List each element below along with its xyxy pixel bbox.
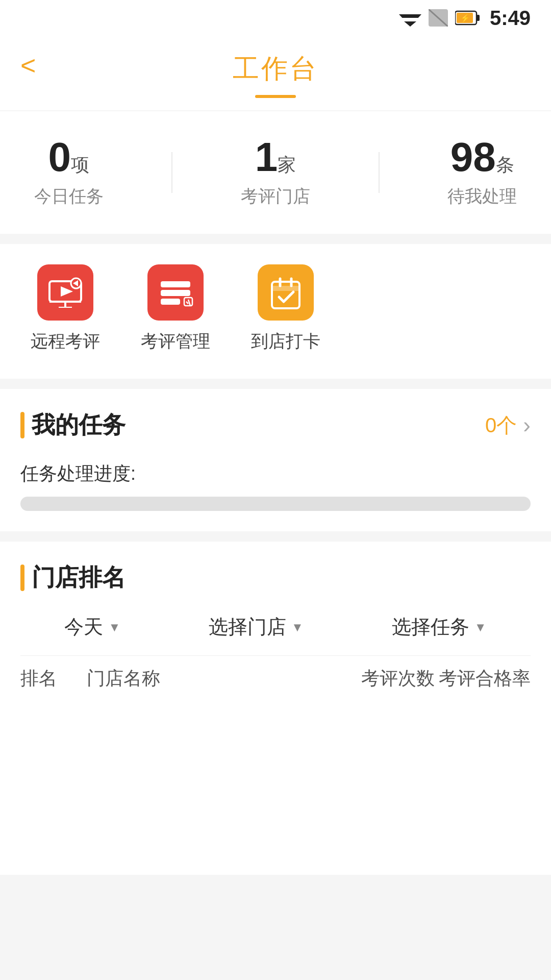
- filter-time-arrow: ▼: [108, 620, 120, 634]
- svg-marker-2: [404, 21, 416, 27]
- back-button[interactable]: <: [20, 50, 36, 81]
- wifi-icon: [399, 9, 421, 27]
- checkin-icon: [268, 275, 304, 310]
- svg-rect-23: [272, 286, 299, 291]
- page-header: < 工作台: [0, 36, 551, 110]
- svg-rect-17: [161, 290, 190, 296]
- action-checkin[interactable]: 到店打卡: [251, 264, 320, 353]
- svg-rect-19: [184, 298, 192, 306]
- tasks-count-wrap[interactable]: 0个 ›: [485, 411, 531, 439]
- action-review-manage[interactable]: 考评管理: [141, 264, 210, 353]
- stat-divider-1: [171, 152, 172, 193]
- filter-time[interactable]: 今天 ▼: [64, 614, 120, 640]
- col-rank-header: 排名: [20, 666, 87, 691]
- stat-stores: 1家 考评门店: [241, 137, 310, 208]
- tasks-section-bar: [20, 412, 24, 438]
- filter-store-arrow: ▼: [291, 620, 304, 634]
- checkin-icon-bg: [258, 264, 314, 321]
- stat-today-tasks-label: 今日任务: [34, 185, 104, 208]
- remote-review-icon-bg: [37, 264, 93, 321]
- action-review-manage-label: 考评管理: [141, 330, 210, 353]
- filter-task-label: 选择任务: [392, 614, 469, 640]
- svg-rect-6: [477, 15, 480, 21]
- col-name-header: 门店名称: [87, 666, 357, 691]
- progress-area: 任务处理进度:: [20, 461, 531, 511]
- filter-time-label: 今天: [64, 614, 103, 640]
- action-remote-review-label: 远程考评: [31, 330, 100, 353]
- filter-store[interactable]: 选择门店 ▼: [209, 614, 304, 640]
- stat-today-tasks-number: 0项: [48, 137, 90, 178]
- stat-pending-number: 98条: [450, 137, 514, 178]
- ranking-header: 门店排名: [20, 562, 531, 594]
- battery-icon: ⚡: [455, 9, 480, 27]
- ranking-filters: 今天 ▼ 选择门店 ▼ 选择任务 ▼: [20, 614, 531, 640]
- stat-stores-number: 1家: [255, 137, 296, 178]
- ranking-section-bar: [20, 565, 24, 591]
- tasks-header: 我的任务 0个 ›: [20, 409, 531, 441]
- ranking-section: 门店排名 今天 ▼ 选择门店 ▼ 选择任务 ▼ 排名 门店名称 考评次数 考评合…: [0, 542, 551, 875]
- quick-actions: 远程考评 考评管理 到店打卡: [0, 244, 551, 379]
- status-time: 5:49: [490, 7, 531, 30]
- sim-icon: [429, 9, 448, 27]
- my-tasks-section: 我的任务 0个 › 任务处理进度:: [0, 389, 551, 531]
- stat-pending-label: 待我处理: [447, 185, 517, 208]
- review-manage-icon: [158, 277, 193, 308]
- stats-section: 0项 今日任务 1家 考评门店 98条 待我处理: [0, 111, 551, 234]
- table-header: 排名 门店名称 考评次数 考评合格率: [20, 655, 531, 701]
- filter-store-label: 选择门店: [209, 614, 286, 640]
- progress-label: 任务处理进度:: [20, 461, 531, 486]
- svg-marker-13: [61, 286, 73, 297]
- svg-rect-18: [161, 299, 180, 305]
- tasks-title: 我的任务: [32, 409, 126, 441]
- ranking-empty-area: [20, 701, 531, 854]
- tasks-title-wrap: 我的任务: [20, 409, 126, 441]
- svg-text:⚡: ⚡: [460, 13, 470, 23]
- remote-review-icon: [47, 277, 83, 308]
- stat-pending: 98条 待我处理: [447, 137, 517, 208]
- ranking-title-wrap: 门店排名: [20, 562, 126, 594]
- review-manage-icon-bg: [147, 264, 204, 321]
- filter-task[interactable]: 选择任务 ▼: [392, 614, 487, 640]
- tasks-count: 0个: [485, 411, 517, 439]
- filter-task-arrow: ▼: [474, 620, 487, 634]
- stat-divider-2: [379, 152, 380, 193]
- progress-track: [20, 497, 531, 511]
- action-checkin-label: 到店打卡: [251, 330, 320, 353]
- col-count-header: 考评次数: [357, 666, 439, 691]
- page-title: 工作台: [233, 51, 318, 87]
- tasks-arrow-icon: ›: [523, 412, 531, 438]
- ranking-title: 门店排名: [32, 562, 126, 594]
- stat-stores-label: 考评门店: [241, 185, 310, 208]
- status-icons: ⚡: [399, 9, 480, 27]
- status-bar: ⚡ 5:49: [0, 0, 551, 36]
- svg-rect-22: [272, 282, 299, 308]
- col-rate-header: 考评合格率: [439, 666, 531, 691]
- stat-today-tasks: 0项 今日任务: [34, 137, 104, 208]
- action-remote-review[interactable]: 远程考评: [31, 264, 100, 353]
- svg-rect-16: [161, 281, 190, 287]
